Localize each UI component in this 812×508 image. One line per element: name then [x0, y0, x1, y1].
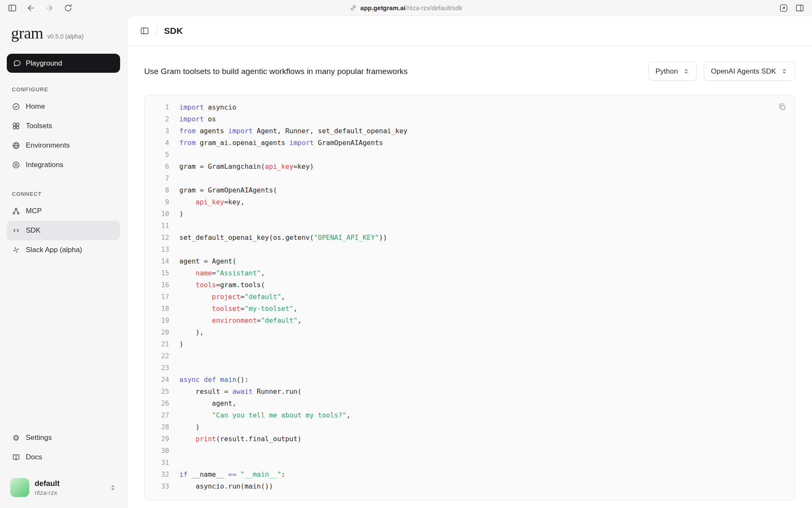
slack-icon [12, 246, 20, 254]
line-number: 19 [152, 315, 169, 327]
code-line [179, 220, 785, 232]
line-number: 3 [152, 125, 169, 137]
code-token: = [257, 316, 261, 324]
code-line: toolset="my-toolset", [179, 303, 785, 315]
code-token: agent, [179, 399, 236, 407]
code-token: , [346, 411, 351, 419]
code-line: project="default", [179, 291, 785, 303]
line-number: 26 [152, 398, 169, 409]
code-token: agent = Agent( [179, 257, 236, 265]
line-number: 8 [152, 184, 169, 196]
sidebar-item-sdk[interactable]: SDK [7, 221, 120, 240]
code-line: environment="default", [179, 315, 785, 327]
code-token: from [179, 127, 196, 135]
code-token: "__main__" [241, 470, 281, 478]
code-token: , [261, 269, 265, 277]
code-line: api_key=key, [179, 196, 785, 208]
sidebar-item-toolsets[interactable]: Toolsets [7, 116, 120, 136]
line-number: 24 [152, 374, 169, 386]
sidebar-item-mcp[interactable]: MCP [7, 201, 120, 221]
code-token [179, 281, 196, 289]
line-number: 2 [152, 113, 169, 125]
link-icon [350, 4, 357, 11]
framework-select-value: OpenAI Agents SDK [711, 67, 776, 76]
code-token: == [228, 470, 236, 478]
code-line: from agents import Agent, Runner, set_de… [179, 125, 785, 137]
back-icon[interactable] [26, 3, 36, 13]
workspace-selector[interactable]: default ritza-rzx [7, 478, 120, 497]
network-icon [12, 207, 20, 215]
code-token: gram = GramLangchain( [179, 162, 265, 170]
code-line: asyncio.run(main()) [179, 481, 785, 492]
page-title: SDK [164, 26, 183, 36]
sidebar: gram v0.5.0 (alpha) Playground CONFIGURE… [0, 16, 127, 508]
code-line: "Can you tell me about my tools?", [179, 409, 785, 421]
reload-icon[interactable] [63, 3, 73, 13]
globe-icon [12, 141, 20, 150]
code-token: name [196, 269, 212, 277]
code-token [236, 470, 241, 478]
language-select-value: Python [656, 67, 678, 76]
browser-sidebar-toggle-icon[interactable] [8, 3, 17, 13]
code-line [179, 244, 785, 255]
copy-code-button[interactable] [778, 102, 787, 111]
line-number: 14 [152, 255, 169, 267]
sidebar-item-integrations[interactable]: Integrations [7, 155, 120, 175]
sidebar-item-label: Toolsets [26, 122, 52, 130]
code-token: ) [179, 340, 184, 348]
chevron-up-down-icon [781, 68, 788, 75]
line-number: 18 [152, 303, 169, 315]
sidebar-item-environments[interactable]: Environments [7, 136, 120, 155]
code-token: __name__ [187, 470, 228, 478]
code-line: gram = GramLangchain(api_key=key) [179, 161, 785, 173]
sidebar-item-settings[interactable]: ⚙ Settings [7, 428, 120, 448]
sidebar-item-docs[interactable]: Docs [7, 448, 120, 467]
sidebar-item-label: Slack App (alpha) [26, 246, 82, 254]
code-token: project [212, 293, 240, 301]
code-token: import [289, 139, 314, 147]
code-token: "my-toolset" [244, 305, 294, 313]
logo-row: gram v0.5.0 (alpha) [7, 25, 120, 41]
line-number: 17 [152, 291, 169, 303]
line-number: 22 [152, 350, 169, 362]
language-select[interactable]: Python [648, 62, 697, 81]
sidebar-footer: ⚙ Settings Docs default ritza-rzx [7, 428, 120, 497]
sidebar-item-slack-app[interactable]: Slack App (alpha) [7, 240, 120, 260]
code-line: result = await Runner.run( [179, 386, 785, 398]
line-number: 28 [152, 421, 169, 433]
chevron-up-down-icon [683, 68, 690, 75]
code-token: = [241, 305, 245, 313]
chat-bubble-icon [13, 59, 21, 67]
code-token: def [204, 376, 216, 384]
framework-select[interactable]: OpenAI Agents SDK [704, 62, 795, 81]
code-token: import [228, 127, 253, 135]
header-divider [156, 25, 157, 36]
sidebar-item-home[interactable]: Home [7, 97, 120, 116]
page-actions-icon[interactable] [779, 3, 788, 13]
code-token: "Can you tell me about my tools?" [212, 411, 346, 419]
code-token [179, 198, 196, 206]
code-line: set_default_openai_key(os.getenv("OPENAI… [179, 232, 785, 244]
playground-button[interactable]: Playground [7, 54, 120, 73]
sidebar-item-label: SDK [26, 226, 41, 235]
code-token [179, 316, 212, 324]
code-token: os [204, 115, 216, 123]
select-group: Python OpenAI Agents SDK [648, 62, 795, 81]
code-token: import [179, 115, 204, 123]
code-token: =key, [224, 198, 244, 206]
right-sidebar-toggle-icon[interactable] [795, 3, 804, 13]
code-line: gram = GramOpenAIAgents( [179, 184, 785, 196]
code-token: , [281, 293, 285, 301]
url-bar[interactable]: app.getgram.ai/ritza-rzx/default/sdk [350, 4, 462, 11]
configure-nav: Home Toolsets Environments Integrations [7, 97, 120, 175]
forward-icon[interactable] [45, 3, 54, 13]
code-token: asyncio.run(main()) [179, 482, 273, 490]
code-line: agent, [179, 398, 785, 409]
code-line [179, 457, 785, 469]
main-panel: SDK Use Gram toolsets to build agentic w… [127, 16, 812, 508]
page-subtitle: Use Gram toolsets to build agentic workf… [144, 67, 408, 76]
line-number: 6 [152, 161, 169, 173]
code-line: agent = Agent( [179, 255, 785, 267]
panel-collapse-icon[interactable] [140, 26, 149, 36]
sidebar-item-label: Settings [26, 434, 52, 442]
